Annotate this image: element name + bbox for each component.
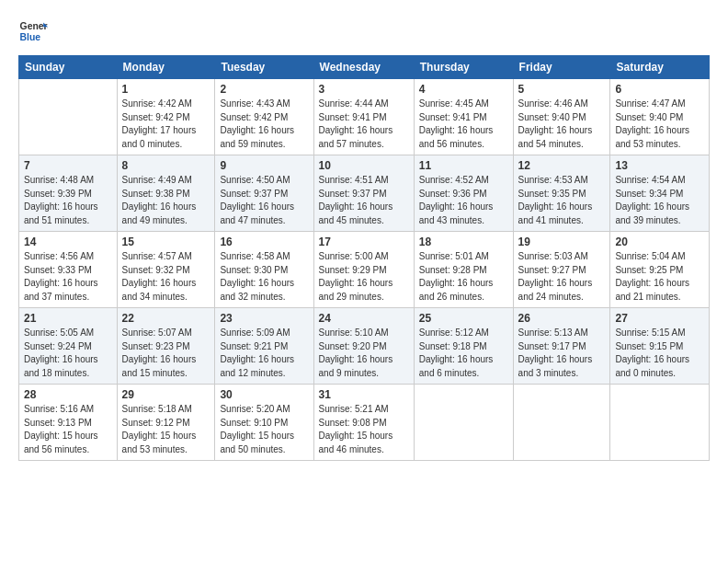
calendar-cell: 12Sunrise: 4:53 AM Sunset: 9:35 PM Dayli…	[513, 155, 610, 232]
calendar-cell: 17Sunrise: 5:00 AM Sunset: 9:29 PM Dayli…	[313, 232, 414, 308]
day-info: Sunrise: 4:49 AM Sunset: 9:38 PM Dayligh…	[122, 174, 210, 227]
weekday-sunday: Sunday	[19, 56, 118, 79]
day-number: 3	[319, 83, 409, 96]
calendar-table: SundayMondayTuesdayWednesdayThursdayFrid…	[18, 55, 710, 461]
day-number: 6	[615, 83, 704, 96]
day-number: 8	[122, 159, 210, 172]
calendar-cell: 2Sunrise: 4:43 AM Sunset: 9:42 PM Daylig…	[215, 79, 313, 155]
day-number: 21	[24, 312, 112, 325]
day-number: 4	[419, 83, 508, 96]
logo-icon: General Blue	[18, 17, 48, 46]
calendar-cell: 24Sunrise: 5:10 AM Sunset: 9:20 PM Dayli…	[313, 308, 414, 385]
calendar-cell: 29Sunrise: 5:18 AM Sunset: 9:12 PM Dayli…	[117, 385, 215, 461]
day-info: Sunrise: 5:15 AM Sunset: 9:15 PM Dayligh…	[615, 327, 704, 380]
day-number: 14	[24, 236, 112, 248]
day-info: Sunrise: 4:53 AM Sunset: 9:35 PM Dayligh…	[518, 174, 606, 227]
calendar-cell: 5Sunrise: 4:46 AM Sunset: 9:40 PM Daylig…	[513, 79, 610, 155]
weekday-tuesday: Tuesday	[215, 56, 313, 79]
day-info: Sunrise: 4:43 AM Sunset: 9:42 PM Dayligh…	[220, 98, 308, 151]
day-info: Sunrise: 4:56 AM Sunset: 9:33 PM Dayligh…	[24, 250, 112, 304]
day-number: 27	[615, 312, 704, 325]
week-row-1: 1Sunrise: 4:42 AM Sunset: 9:42 PM Daylig…	[19, 79, 710, 155]
day-info: Sunrise: 4:48 AM Sunset: 9:39 PM Dayligh…	[24, 174, 112, 227]
calendar-cell: 26Sunrise: 5:13 AM Sunset: 9:17 PM Dayli…	[513, 308, 610, 385]
calendar-cell: 16Sunrise: 4:58 AM Sunset: 9:30 PM Dayli…	[215, 232, 313, 308]
day-number: 24	[319, 312, 409, 325]
calendar-cell: 31Sunrise: 5:21 AM Sunset: 9:08 PM Dayli…	[313, 385, 414, 461]
day-info: Sunrise: 5:16 AM Sunset: 9:13 PM Dayligh…	[24, 403, 112, 456]
weekday-thursday: Thursday	[414, 56, 513, 79]
day-number: 26	[518, 312, 606, 325]
calendar-cell: 11Sunrise: 4:52 AM Sunset: 9:36 PM Dayli…	[414, 155, 513, 232]
day-number: 2	[220, 83, 308, 96]
day-info: Sunrise: 4:58 AM Sunset: 9:30 PM Dayligh…	[220, 250, 308, 304]
calendar-cell: 23Sunrise: 5:09 AM Sunset: 9:21 PM Dayli…	[215, 308, 313, 385]
day-info: Sunrise: 5:05 AM Sunset: 9:24 PM Dayligh…	[24, 327, 112, 380]
calendar-cell: 25Sunrise: 5:12 AM Sunset: 9:18 PM Dayli…	[414, 308, 513, 385]
calendar-cell: 7Sunrise: 4:48 AM Sunset: 9:39 PM Daylig…	[19, 155, 118, 232]
calendar-cell: 27Sunrise: 5:15 AM Sunset: 9:15 PM Dayli…	[610, 308, 710, 385]
day-number: 19	[518, 236, 606, 248]
day-number: 13	[615, 159, 704, 172]
day-info: Sunrise: 4:52 AM Sunset: 9:36 PM Dayligh…	[419, 174, 508, 227]
day-number: 15	[122, 236, 210, 248]
calendar-cell: 1Sunrise: 4:42 AM Sunset: 9:42 PM Daylig…	[117, 79, 215, 155]
day-info: Sunrise: 5:04 AM Sunset: 9:25 PM Dayligh…	[615, 250, 704, 304]
day-number: 5	[518, 83, 606, 96]
calendar-cell: 3Sunrise: 4:44 AM Sunset: 9:41 PM Daylig…	[313, 79, 414, 155]
day-number: 28	[24, 388, 112, 401]
day-number: 10	[319, 159, 409, 172]
calendar-cell: 28Sunrise: 5:16 AM Sunset: 9:13 PM Dayli…	[19, 385, 118, 461]
day-number: 31	[319, 388, 409, 401]
day-number: 18	[419, 236, 508, 248]
day-info: Sunrise: 4:42 AM Sunset: 9:42 PM Dayligh…	[122, 98, 210, 151]
day-info: Sunrise: 4:45 AM Sunset: 9:41 PM Dayligh…	[419, 98, 508, 151]
calendar-cell	[610, 385, 710, 461]
weekday-friday: Friday	[513, 56, 610, 79]
day-info: Sunrise: 5:20 AM Sunset: 9:10 PM Dayligh…	[220, 403, 308, 456]
day-info: Sunrise: 5:00 AM Sunset: 9:29 PM Dayligh…	[319, 250, 409, 304]
day-info: Sunrise: 5:03 AM Sunset: 9:27 PM Dayligh…	[518, 250, 606, 304]
calendar-cell: 30Sunrise: 5:20 AM Sunset: 9:10 PM Dayli…	[215, 385, 313, 461]
day-info: Sunrise: 4:54 AM Sunset: 9:34 PM Dayligh…	[615, 174, 704, 227]
calendar-cell: 20Sunrise: 5:04 AM Sunset: 9:25 PM Dayli…	[610, 232, 710, 308]
day-info: Sunrise: 4:51 AM Sunset: 9:37 PM Dayligh…	[319, 174, 409, 227]
day-number: 17	[319, 236, 409, 248]
week-row-4: 21Sunrise: 5:05 AM Sunset: 9:24 PM Dayli…	[19, 308, 710, 385]
day-info: Sunrise: 5:01 AM Sunset: 9:28 PM Dayligh…	[419, 250, 508, 304]
day-number: 1	[122, 83, 210, 96]
day-number: 30	[220, 388, 308, 401]
day-info: Sunrise: 4:44 AM Sunset: 9:41 PM Dayligh…	[319, 98, 409, 151]
week-row-3: 14Sunrise: 4:56 AM Sunset: 9:33 PM Dayli…	[19, 232, 710, 308]
calendar-cell: 13Sunrise: 4:54 AM Sunset: 9:34 PM Dayli…	[610, 155, 710, 232]
day-number: 12	[518, 159, 606, 172]
weekday-header-row: SundayMondayTuesdayWednesdayThursdayFrid…	[19, 56, 710, 79]
calendar-cell	[414, 385, 513, 461]
day-number: 29	[122, 388, 210, 401]
header: General Blue	[18, 17, 710, 46]
day-number: 7	[24, 159, 112, 172]
calendar-cell: 10Sunrise: 4:51 AM Sunset: 9:37 PM Dayli…	[313, 155, 414, 232]
day-number: 23	[220, 312, 308, 325]
day-number: 22	[122, 312, 210, 325]
calendar-cell: 4Sunrise: 4:45 AM Sunset: 9:41 PM Daylig…	[414, 79, 513, 155]
calendar-cell: 22Sunrise: 5:07 AM Sunset: 9:23 PM Dayli…	[117, 308, 215, 385]
day-info: Sunrise: 4:50 AM Sunset: 9:37 PM Dayligh…	[220, 174, 308, 227]
day-info: Sunrise: 4:57 AM Sunset: 9:32 PM Dayligh…	[122, 250, 210, 304]
day-info: Sunrise: 5:09 AM Sunset: 9:21 PM Dayligh…	[220, 327, 308, 380]
calendar-cell: 15Sunrise: 4:57 AM Sunset: 9:32 PM Dayli…	[117, 232, 215, 308]
calendar-cell	[19, 79, 118, 155]
day-info: Sunrise: 5:21 AM Sunset: 9:08 PM Dayligh…	[319, 403, 409, 456]
week-row-5: 28Sunrise: 5:16 AM Sunset: 9:13 PM Dayli…	[19, 385, 710, 461]
page: General Blue SundayMondayTuesdayWednesda…	[0, 0, 728, 563]
calendar-cell: 19Sunrise: 5:03 AM Sunset: 9:27 PM Dayli…	[513, 232, 610, 308]
day-info: Sunrise: 4:47 AM Sunset: 9:40 PM Dayligh…	[615, 98, 704, 151]
day-number: 25	[419, 312, 508, 325]
week-row-2: 7Sunrise: 4:48 AM Sunset: 9:39 PM Daylig…	[19, 155, 710, 232]
weekday-wednesday: Wednesday	[313, 56, 414, 79]
logo: General Blue	[18, 17, 51, 46]
calendar-cell: 21Sunrise: 5:05 AM Sunset: 9:24 PM Dayli…	[19, 308, 118, 385]
day-number: 20	[615, 236, 704, 248]
day-info: Sunrise: 5:13 AM Sunset: 9:17 PM Dayligh…	[518, 327, 606, 380]
calendar-cell	[513, 385, 610, 461]
